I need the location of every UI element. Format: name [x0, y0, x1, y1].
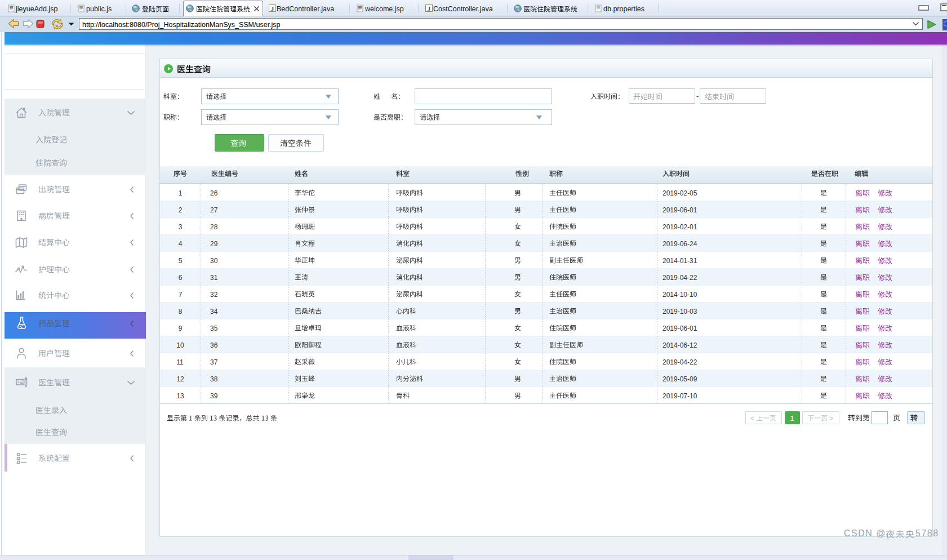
svg-text:J: J: [428, 5, 431, 12]
svg-text:J: J: [271, 5, 274, 12]
